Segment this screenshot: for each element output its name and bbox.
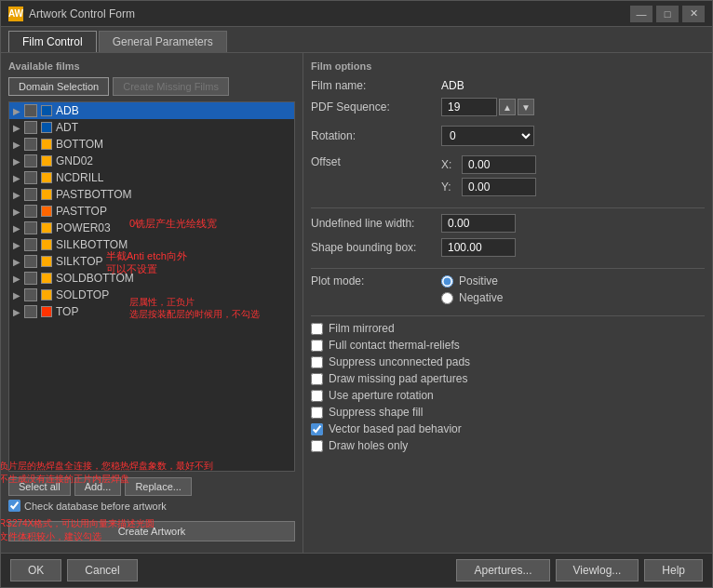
film-item-silktop[interactable]: ▶ SILKTOP — [9, 253, 294, 270]
expand-arrow-pastbottom: ▶ — [13, 190, 24, 200]
select-all-button[interactable]: Select all — [8, 477, 71, 496]
pdf-seq-down-button[interactable]: ▼ — [518, 99, 534, 115]
right-panel: Film options Film name: ADB PDF Sequence… — [303, 53, 712, 553]
viewlog-button[interactable]: Viewlog... — [556, 559, 639, 581]
film-name-pasttop: PASTTOP — [56, 205, 290, 218]
film-options-title: Film options — [311, 60, 705, 72]
left-panel: Available films Domain Selection Create … — [1, 53, 303, 553]
film-mirrored-checkbox[interactable] — [311, 323, 323, 335]
film-item-bottom[interactable]: ▶ BOTTOM — [9, 136, 294, 153]
checkbox-adt[interactable] — [24, 121, 37, 134]
film-item-adt[interactable]: ▶ ADT — [9, 119, 294, 136]
checkbox-gnd02[interactable] — [24, 154, 37, 167]
color-silkbottom — [41, 239, 52, 250]
plot-mode-positive-radio[interactable] — [441, 275, 453, 287]
expand-arrow-silktop: ▶ — [13, 257, 24, 267]
checkbox-pasttop[interactable] — [24, 205, 37, 218]
pdf-sequence-controls: ▲ ▼ — [441, 98, 534, 116]
plot-mode-negative-label: Negative — [459, 291, 503, 304]
suppress-shape-fill-row: Suppress shape fill — [311, 406, 705, 419]
tab-general-parameters[interactable]: General Parameters — [99, 31, 227, 52]
undefined-line-width-row: Undefined line width: — [311, 214, 705, 233]
film-item-ncdrill[interactable]: ▶ NCDRILL — [9, 169, 294, 186]
rotation-label: Rotation: — [311, 129, 441, 142]
film-item-adb[interactable]: ▶ ADB — [9, 102, 294, 119]
undefined-line-width-input[interactable] — [441, 214, 516, 233]
checkbox-silkbottom[interactable] — [24, 238, 37, 251]
film-item-pastbottom[interactable]: ▶ PASTBOTTOM — [9, 186, 294, 203]
checkbox-bottom[interactable] — [24, 138, 37, 151]
vector-based-pad-checkbox[interactable] — [311, 423, 323, 435]
checkbox-pastbottom[interactable] — [24, 188, 37, 201]
checkbox-soldtop[interactable] — [24, 288, 37, 301]
expand-arrow-soldbottom: ▶ — [13, 274, 24, 284]
film-item-soldtop[interactable]: ▶ SOLDTOP — [9, 287, 294, 303]
film-name-gnd02: GND02 — [56, 154, 290, 167]
checkbox-soldbottom[interactable] — [24, 272, 37, 285]
plot-mode-negative-radio[interactable] — [441, 292, 453, 304]
help-button[interactable]: Help — [644, 559, 703, 581]
pdf-sequence-input[interactable] — [441, 98, 497, 116]
domain-selection-button[interactable]: Domain Selection — [8, 77, 109, 96]
checkbox-adb[interactable] — [24, 104, 37, 117]
film-name-adb: ADB — [56, 104, 290, 117]
suppress-unconnected-row: Suppress unconnected pads — [311, 355, 705, 368]
divider-1 — [311, 207, 705, 208]
film-buttons: Domain Selection Create Missing Films — [8, 77, 295, 96]
color-ncdrill — [41, 172, 52, 183]
film-name-power03: POWER03 — [56, 221, 290, 234]
film-list[interactable]: ▶ ADB ▶ ADT ▶ BOTTOM — [8, 101, 295, 472]
use-aperture-rotation-checkbox[interactable] — [311, 390, 323, 402]
close-button[interactable]: ✕ — [682, 6, 705, 22]
film-item-pasttop[interactable]: ▶ PASTTOP — [9, 203, 294, 220]
film-item-power03[interactable]: ▶ POWER03 — [9, 220, 294, 236]
apertures-button[interactable]: Apertures... — [456, 559, 549, 581]
minimize-button[interactable]: — — [630, 6, 652, 22]
checkbox-top[interactable] — [24, 305, 37, 318]
color-soldtop — [41, 289, 52, 301]
film-item-silkbottom[interactable]: ▶ SILKBOTTOM — [9, 236, 294, 253]
plot-mode-positive-label: Positive — [459, 274, 498, 287]
film-item-soldbottom[interactable]: ▶ SOLDBOTTOM — [9, 270, 294, 287]
film-item-top[interactable]: ▶ TOP — [9, 303, 294, 320]
film-name-bottom: BOTTOM — [56, 138, 290, 151]
pdf-seq-up-button[interactable]: ▲ — [499, 99, 516, 115]
vector-based-pad-row: Vector based pad behavior — [311, 422, 705, 435]
film-name-silkbottom: SILKBOTTOM — [56, 238, 290, 251]
checkbox-ncdrill[interactable] — [24, 171, 37, 184]
offset-x-input[interactable] — [462, 155, 536, 174]
check-database-checkbox[interactable] — [8, 500, 20, 512]
pdf-sequence-label: PDF Sequence: — [311, 100, 441, 114]
draw-missing-pad-checkbox[interactable] — [311, 373, 323, 385]
offset-y-input[interactable] — [462, 178, 536, 196]
suppress-unconnected-checkbox[interactable] — [311, 356, 323, 368]
draw-holes-only-row: Draw holes only — [311, 439, 705, 452]
checkbox-silktop[interactable] — [24, 255, 37, 268]
checkbox-power03[interactable] — [24, 221, 37, 234]
create-artwork-button[interactable]: Create Artwork — [8, 521, 295, 541]
expand-arrow-top: ▶ — [13, 307, 24, 317]
create-missing-button[interactable]: Create Missing Films — [113, 77, 229, 96]
tab-film-control[interactable]: Film Control — [8, 31, 97, 52]
ok-button[interactable]: OK — [10, 559, 61, 581]
film-item-gnd02[interactable]: ▶ GND02 — [9, 153, 294, 169]
cancel-button[interactable]: Cancel — [67, 559, 137, 581]
add-button[interactable]: Add... — [74, 477, 122, 496]
bottom-bar-left: OK Cancel — [10, 559, 138, 581]
content-area: Available films Domain Selection Create … — [1, 53, 712, 553]
undefined-line-width-label: Undefined line width: — [311, 217, 441, 230]
expand-arrow-power03: ▶ — [13, 223, 24, 234]
full-contact-thermal-row: Full contact thermal-reliefs — [311, 339, 705, 352]
offset-x-label: X: — [441, 158, 456, 171]
title-controls: — □ ✕ — [630, 6, 705, 22]
suppress-shape-fill-checkbox[interactable] — [311, 407, 323, 419]
draw-holes-only-checkbox[interactable] — [311, 440, 323, 452]
shape-bounding-box-input[interactable] — [441, 238, 516, 257]
rotation-select[interactable]: 0 90 180 270 — [441, 126, 534, 146]
bottom-bar: OK Cancel Apertures... Viewlog... Help — [1, 553, 712, 587]
bottom-left-actions: Select all Add... Replace... Check datab… — [8, 477, 295, 545]
app-icon: AW — [8, 7, 23, 21]
maximize-button[interactable]: □ — [656, 6, 679, 22]
replace-button[interactable]: Replace... — [125, 477, 192, 496]
full-contact-thermal-checkbox[interactable] — [311, 340, 323, 352]
